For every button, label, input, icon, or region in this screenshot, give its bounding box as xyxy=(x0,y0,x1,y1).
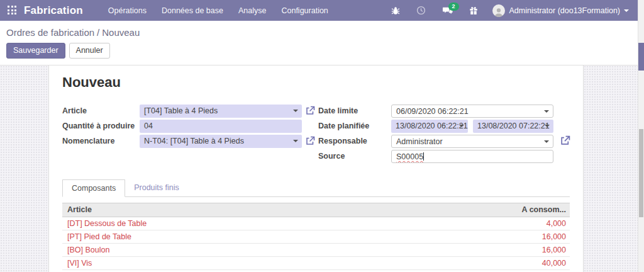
responsible-label: Responsable xyxy=(318,135,395,148)
menu-item-analysis[interactable]: Analyse xyxy=(231,1,274,21)
table-row[interactable]: [PT] Pied de Table 16,000 xyxy=(62,230,570,244)
avatar xyxy=(492,4,505,17)
form-sheet: Nouveau Article [T04] Table à 4 Pieds Qu… xyxy=(48,65,584,272)
menu-item-master-data[interactable]: Données de base xyxy=(154,1,231,21)
cell-article[interactable]: [VI] Vis xyxy=(62,257,508,269)
quantity-value: 04 xyxy=(144,122,153,130)
components-table: Article A consom... [DT] Dessous de Tabl… xyxy=(62,203,570,272)
odoo-window: Fabrication Opérations Données de base A… xyxy=(0,0,644,272)
cell-qty[interactable]: 16,000 xyxy=(508,230,570,243)
deadline-field[interactable]: 06/09/2020 06:22:21 xyxy=(391,105,553,118)
dropdown-caret-icon xyxy=(544,110,549,113)
article-external-link-icon[interactable] xyxy=(305,106,315,116)
quantity-label: Quantité à produire xyxy=(62,120,139,133)
cell-qty[interactable]: 16,000 xyxy=(508,244,570,256)
control-panel: Ordres de fabrication/Nouveau Sauvegarde… xyxy=(0,21,638,65)
bug-icon[interactable] xyxy=(383,6,408,15)
systray: 2 Administrator (doo13For xyxy=(383,4,638,17)
planned-end-field[interactable]: 13/08/2020 07:22:21 xyxy=(473,120,553,133)
table-row[interactable]: [BO] Boulon 16,000 xyxy=(62,244,570,257)
table-row[interactable]: [DT] Dessous de Table 4,000 xyxy=(62,217,570,230)
dropdown-caret-icon xyxy=(459,125,464,127)
app-title: Fabrication xyxy=(24,4,83,17)
dropdown-caret-icon xyxy=(293,110,298,112)
dropdown-caret-icon xyxy=(545,125,550,127)
dropdown-caret-icon xyxy=(544,140,549,143)
window-scrollbar[interactable] xyxy=(638,0,644,272)
gift-icon[interactable] xyxy=(461,6,486,15)
scrollbar-thumb[interactable] xyxy=(639,129,643,217)
control-panel-buttons: Sauvegarder Annuler xyxy=(6,43,110,59)
chat-icon[interactable]: 2 xyxy=(434,6,461,15)
table-header-row: Article A consom... xyxy=(62,203,570,217)
table-row[interactable]: [VI] Vis 40,000 xyxy=(62,257,570,270)
save-button[interactable]: Sauvegarder xyxy=(6,43,65,59)
cell-article[interactable]: [BO] Boulon xyxy=(62,244,508,256)
planned-start-field[interactable]: 13/08/2020 06:22:21 xyxy=(391,120,468,133)
responsible-value: Administrator xyxy=(396,137,443,146)
message-count-badge: 2 xyxy=(448,3,459,11)
responsible-field[interactable]: Administrator xyxy=(391,135,553,148)
breadcrumb-parent[interactable]: Ordres de fabrication xyxy=(6,27,94,38)
tab-finished-products[interactable]: Produits finis xyxy=(125,179,188,196)
bom-field[interactable]: N-T04: [T04] Table à 4 Pieds xyxy=(140,135,302,148)
planned-date-label: Date planifiée xyxy=(318,120,395,133)
deadline-label: Date limite xyxy=(318,105,395,118)
bom-label: Nomenclature xyxy=(62,135,139,148)
tab-components[interactable]: Composants xyxy=(62,179,125,197)
cell-article[interactable]: [PT] Pied de Table xyxy=(62,230,508,243)
text-cursor xyxy=(423,152,424,161)
source-value: S00005 xyxy=(396,152,423,161)
cancel-button[interactable]: Annuler xyxy=(69,43,110,59)
quantity-field[interactable]: 04 xyxy=(140,120,302,133)
bom-value: N-T04: [T04] Table à 4 Pieds xyxy=(144,137,244,145)
bom-external-link-icon[interactable] xyxy=(305,136,315,146)
column-header-to-consume[interactable]: A consom... xyxy=(508,203,570,217)
dropdown-caret-icon xyxy=(293,140,298,142)
cell-qty[interactable]: 40,000 xyxy=(508,257,570,269)
record-title: Nouveau xyxy=(62,74,121,91)
user-name: Administrator (doo13Formation) xyxy=(509,6,620,15)
planned-end-value: 13/08/2020 07:22:21 xyxy=(477,122,550,130)
menu-item-configuration[interactable]: Configuration xyxy=(274,1,335,21)
planned-start-value: 13/08/2020 06:22:21 xyxy=(396,122,468,130)
clock-icon[interactable] xyxy=(408,6,434,15)
apps-grid-icon[interactable] xyxy=(8,6,17,15)
column-header-article[interactable]: Article xyxy=(62,203,508,217)
user-menu[interactable]: Administrator (doo13Formation) xyxy=(492,4,629,17)
content-area: Nouveau Article [T04] Table à 4 Pieds Qu… xyxy=(0,65,638,272)
cell-qty[interactable]: 4,000 xyxy=(508,217,570,230)
deadline-value: 06/09/2020 06:22:21 xyxy=(396,107,469,116)
breadcrumb: Ordres de fabrication/Nouveau xyxy=(6,27,140,38)
menu-item-operations[interactable]: Opérations xyxy=(101,1,154,21)
responsible-external-link-icon[interactable] xyxy=(560,135,570,146)
source-field[interactable]: S00005 xyxy=(391,150,553,163)
cell-article[interactable]: [DT] Dessous de Table xyxy=(62,217,508,230)
breadcrumb-separator: / xyxy=(94,27,102,38)
article-label: Article xyxy=(62,105,139,118)
main-menu: Opérations Données de base Analyse Confi… xyxy=(101,1,336,21)
article-value: [T04] Table à 4 Pieds xyxy=(144,106,218,115)
top-nav-bar: Fabrication Opérations Données de base A… xyxy=(0,0,638,21)
scrollbar-thumb-top[interactable] xyxy=(638,43,644,71)
notebook-tabs: Composants Produits finis xyxy=(62,179,570,197)
article-field[interactable]: [T04] Table à 4 Pieds xyxy=(140,105,302,118)
chevron-down-icon xyxy=(624,9,629,12)
source-label: Source xyxy=(318,150,395,163)
breadcrumb-current: Nouveau xyxy=(102,27,140,38)
